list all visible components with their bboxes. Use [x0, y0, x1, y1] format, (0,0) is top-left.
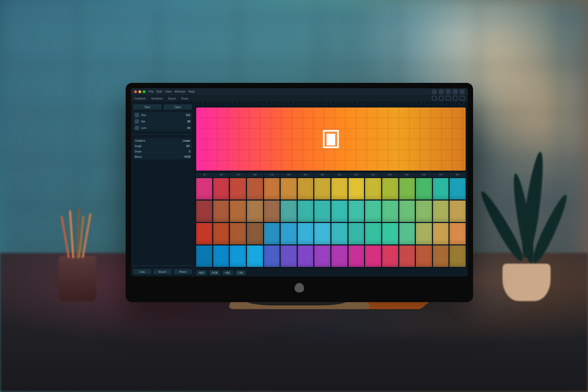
window-control-dot[interactable] [143, 90, 145, 93]
color-swatch[interactable] [264, 245, 280, 267]
color-swatch[interactable] [382, 178, 398, 199]
grid-icon[interactable] [446, 96, 451, 101]
setting-stops[interactable]: Stops5 [133, 149, 192, 154]
color-swatch[interactable] [247, 223, 263, 244]
settings-icon[interactable] [460, 96, 465, 101]
color-swatch[interactable] [399, 245, 415, 267]
color-swatch[interactable] [349, 178, 365, 199]
color-swatch[interactable] [382, 201, 398, 222]
menu-edit[interactable]: Edit [157, 90, 162, 93]
tab-gradients[interactable]: Gradients [134, 97, 146, 100]
color-swatch[interactable] [230, 223, 246, 244]
color-swatch[interactable] [247, 178, 263, 199]
color-swatch[interactable] [382, 223, 398, 244]
color-swatch[interactable] [196, 201, 212, 222]
open-button[interactable]: Open [164, 104, 192, 110]
color-swatch[interactable] [298, 245, 314, 267]
color-swatch[interactable] [281, 178, 297, 199]
color-swatch[interactable] [264, 223, 280, 244]
color-swatch[interactable] [450, 201, 466, 222]
color-swatch[interactable] [247, 201, 263, 222]
color-swatch[interactable] [230, 201, 246, 222]
battery-icon[interactable] [439, 89, 444, 94]
color-swatch[interactable] [314, 245, 330, 267]
tab-share[interactable]: Share [181, 97, 188, 100]
color-swatch[interactable] [365, 223, 381, 244]
color-swatch[interactable] [450, 245, 466, 267]
color-swatch[interactable] [213, 178, 229, 199]
color-swatch[interactable] [399, 201, 415, 222]
color-swatch[interactable] [196, 245, 212, 267]
color-swatch[interactable] [213, 201, 229, 222]
color-swatch[interactable] [213, 245, 229, 267]
color-swatch[interactable] [213, 223, 229, 244]
control-center-icon[interactable] [453, 89, 458, 94]
color-swatch[interactable] [416, 223, 432, 244]
tool-hue[interactable]: Hue312 [133, 112, 192, 118]
tab-export[interactable]: Export [168, 97, 175, 100]
color-swatch[interactable] [399, 223, 415, 244]
menu-window[interactable]: Window [175, 90, 185, 93]
color-swatch[interactable] [281, 223, 297, 244]
color-swatch[interactable] [433, 245, 449, 267]
sync-icon[interactable] [439, 96, 444, 101]
color-swatch[interactable] [230, 245, 246, 267]
window-control-dot[interactable] [138, 90, 141, 93]
color-swatch[interactable] [331, 223, 347, 244]
color-swatch[interactable] [365, 201, 381, 222]
color-swatch[interactable] [281, 245, 297, 267]
color-swatch[interactable] [314, 178, 330, 199]
color-swatch[interactable] [331, 201, 347, 222]
color-swatch[interactable] [416, 201, 432, 222]
color-swatch[interactable] [196, 223, 212, 244]
color-swatch[interactable] [247, 245, 263, 267]
color-swatch[interactable] [349, 201, 365, 222]
color-swatch[interactable] [416, 178, 432, 199]
wifi-icon[interactable] [432, 89, 437, 94]
copy-button[interactable]: Copy [133, 269, 151, 274]
reset-button[interactable]: Reset [174, 269, 192, 274]
color-swatch[interactable] [314, 223, 330, 244]
format-css-button[interactable]: CSS [235, 270, 246, 275]
color-swatch[interactable] [196, 178, 212, 199]
menu-file[interactable]: File [149, 90, 153, 93]
format-hex-button[interactable]: HEX [196, 270, 207, 275]
menu-help[interactable]: Help [189, 90, 195, 93]
format-hsl-button[interactable]: HSL [222, 270, 233, 275]
color-swatch[interactable] [433, 178, 449, 199]
color-swatch[interactable] [365, 178, 381, 199]
color-swatch[interactable] [382, 245, 398, 267]
color-swatch[interactable] [433, 201, 449, 222]
clock-icon[interactable] [460, 89, 465, 94]
color-swatch[interactable] [365, 245, 381, 267]
tool-lum[interactable]: Lum64 [133, 125, 192, 131]
color-swatch[interactable] [230, 178, 246, 199]
window-control-dot[interactable] [134, 90, 137, 93]
color-swatch[interactable] [349, 245, 365, 267]
color-swatch[interactable] [433, 223, 449, 244]
color-swatch[interactable] [298, 223, 314, 244]
export-button[interactable]: Export [153, 269, 172, 274]
format-rgb-button[interactable]: RGB [209, 270, 220, 275]
tab-swatches[interactable]: Swatches [151, 97, 163, 100]
color-swatch[interactable] [298, 178, 314, 199]
setting-angle[interactable]: Angle90° [133, 143, 192, 149]
color-swatch[interactable] [314, 201, 330, 222]
color-swatch[interactable] [264, 178, 280, 199]
menu-view[interactable]: View [165, 90, 172, 93]
color-swatch[interactable] [349, 223, 365, 244]
gradient-preview[interactable] [196, 107, 466, 171]
color-swatch[interactable] [331, 178, 347, 199]
setting-blend[interactable]: BlendRGB [133, 154, 192, 159]
color-swatch[interactable] [450, 178, 466, 199]
cloud-icon[interactable] [453, 96, 458, 101]
color-swatch[interactable] [264, 201, 280, 222]
user-icon[interactable] [432, 96, 437, 101]
new-button[interactable]: New [133, 104, 161, 110]
search-icon[interactable] [446, 89, 451, 94]
color-swatch[interactable] [331, 245, 347, 267]
color-swatch[interactable] [416, 245, 432, 267]
tool-sat[interactable]: Sat88 [133, 118, 192, 125]
window-controls[interactable] [134, 90, 145, 93]
color-swatch[interactable] [281, 201, 297, 222]
